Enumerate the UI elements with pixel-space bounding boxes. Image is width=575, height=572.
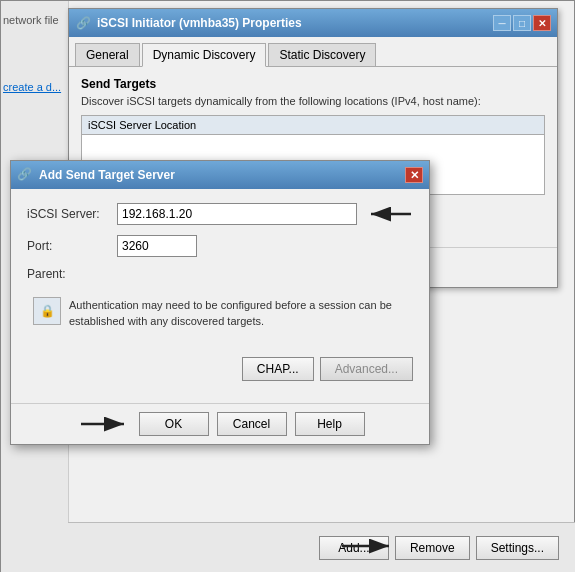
add-send-target-dialog: 🔗 Add Send Target Server ✕ iSCSI Server:… — [10, 160, 430, 445]
settings-button[interactable]: Settings... — [476, 536, 559, 560]
send-targets-title: Send Targets — [81, 77, 545, 91]
parent-label: Parent: — [27, 267, 117, 281]
iscsi-server-label: iSCSI Server: — [27, 207, 117, 221]
iscsi-server-row: iSCSI Server: — [27, 203, 413, 225]
main-titlebar: 🔗 iSCSI Initiator (vmhba35) Properties ─… — [69, 9, 557, 37]
tab-general[interactable]: General — [75, 43, 140, 66]
advanced-button[interactable]: Advanced... — [320, 357, 413, 381]
port-label: Port: — [27, 239, 117, 253]
chap-button[interactable]: CHAP... — [242, 357, 314, 381]
tab-dynamic-discovery[interactable]: Dynamic Discovery — [142, 43, 267, 67]
dialog-content: iSCSI Server: Port: Parent: 🔒 — [11, 189, 429, 357]
left-panel-text: network file — [3, 13, 68, 27]
parent-row: Parent: — [27, 267, 413, 281]
auth-text: Authentication may need to be configured… — [69, 297, 407, 329]
dialog-close-button[interactable]: ✕ — [405, 167, 423, 183]
left-panel-link[interactable]: create a d... — [3, 81, 68, 93]
tab-static-discovery[interactable]: Static Discovery — [268, 43, 376, 66]
main-close-button[interactable]: ✕ — [533, 15, 551, 31]
table-header-iscsi-location: iSCSI Server Location — [82, 116, 544, 135]
maximize-button[interactable]: □ — [513, 15, 531, 31]
help-button[interactable]: Help — [295, 412, 365, 436]
port-row: Port: — [27, 235, 413, 257]
minimize-button[interactable]: ─ — [493, 15, 511, 31]
auth-icon: 🔒 — [33, 297, 61, 325]
dialog-mid-buttons: CHAP... Advanced... — [11, 357, 429, 381]
dialog-title: Add Send Target Server — [39, 168, 175, 182]
iscsi-server-input[interactable] — [117, 203, 357, 225]
ok-arrow — [76, 414, 131, 434]
ok-button[interactable]: OK — [139, 412, 209, 436]
dialog-icon: 🔗 — [17, 167, 33, 183]
main-window-footer-bar: Add... Remove Settings... — [68, 522, 575, 572]
cancel-button[interactable]: Cancel — [217, 412, 287, 436]
port-input[interactable] — [117, 235, 197, 257]
server-input-arrow — [363, 204, 413, 224]
dialog-titlebar: 🔗 Add Send Target Server ✕ — [11, 161, 429, 189]
auth-section: 🔒 Authentication may need to be configur… — [27, 291, 413, 335]
main-window-title: iSCSI Initiator (vmhba35) Properties — [97, 16, 302, 30]
send-targets-desc: Discover iSCSI targets dynamically from … — [81, 95, 545, 107]
title-controls: ─ □ ✕ — [493, 15, 551, 31]
tabs-bar: General Dynamic Discovery Static Discove… — [69, 37, 557, 67]
window-icon: 🔗 — [75, 15, 91, 31]
dialog-bottom-buttons: OK Cancel Help — [11, 403, 429, 444]
add-arrow-indicator — [337, 536, 397, 556]
remove-button[interactable]: Remove — [395, 536, 470, 560]
